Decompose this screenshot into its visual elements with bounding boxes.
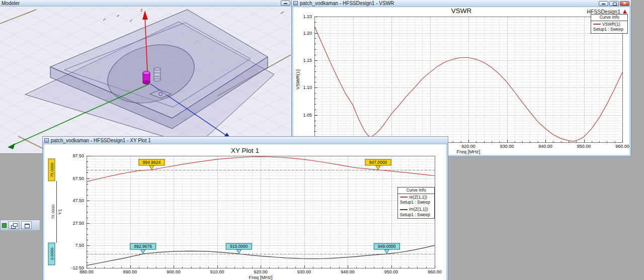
svg-text:910.00: 910.00 [210, 269, 224, 274]
svg-text:894.9624: 894.9624 [143, 160, 161, 165]
vswr-titlebar[interactable]: patch_vodkaman - HFSSDesign1 - VSWR [292, 0, 631, 7]
report-icon [293, 1, 298, 6]
svg-text:950.00: 950.00 [384, 269, 398, 274]
svg-text:920.00: 920.00 [254, 269, 268, 274]
xy-titlebar[interactable]: patch_vodkaman - HFSSDesign1 - XY Plot 1 [43, 137, 448, 144]
trace-marker[interactable]: 894.9624 [139, 159, 165, 169]
modeler-window: Modeler [0, 0, 292, 153]
legend-entry: VSWR(1)Setup1 : Sweep [591, 21, 627, 33]
svg-text:900.00: 900.00 [167, 269, 181, 274]
svg-text:1.23: 1.23 [303, 14, 312, 19]
legend-header: Curve Info [398, 188, 434, 194]
svg-text:949.0000: 949.0000 [378, 244, 396, 249]
minimize-icon[interactable] [599, 1, 608, 6]
svg-text:67.50: 67.50 [72, 176, 84, 181]
minimized-window-bar [0, 220, 40, 231]
restore-window-icon[interactable] [9, 221, 19, 229]
trace-marker[interactable]: 949.0000 [374, 243, 399, 253]
z-axis-label: z [140, 8, 143, 13]
svg-text:892.9676: 892.9676 [134, 244, 152, 249]
vswr-window: patch_vodkaman - HFSSDesign1 - VSWR 880.… [292, 0, 631, 156]
svg-text:950.00: 950.00 [577, 144, 591, 149]
legend-entry: re(Z(1,1))Setup1 : Sweep [398, 194, 434, 206]
svg-text:47.50: 47.50 [72, 198, 84, 203]
vswr-plot[interactable]: 880.00890.00900.00910.00920.00930.00940.… [293, 7, 629, 155]
design-marker-icon [623, 10, 627, 14]
tick-labels: 880.00890.00900.00910.00920.00930.00940.… [71, 153, 441, 274]
svg-text:1.20: 1.20 [303, 31, 312, 36]
vswr-chart-svg: 880.00890.00900.00910.00920.00930.00940.… [293, 7, 629, 155]
svg-text:7.50: 7.50 [75, 243, 84, 248]
svg-text:940.00: 940.00 [341, 269, 355, 274]
x-axis-label: Freq [MHz] [249, 274, 273, 280]
svg-text:947.0000: 947.0000 [369, 160, 387, 165]
svg-text:930.00: 930.00 [297, 269, 311, 274]
svg-text:920.00: 920.00 [461, 144, 475, 149]
xy-window-title: patch_vodkaman - HFSSDesign1 - XY Plot 1 [51, 138, 446, 143]
hfss-workspace: Modeler [0, 0, 644, 280]
svg-text:75.0000: 75.0000 [50, 162, 54, 177]
svg-text:1.15: 1.15 [303, 58, 312, 63]
close-icon[interactable] [620, 1, 629, 6]
legend-swatch-icon [400, 197, 408, 198]
report-icon [44, 138, 49, 143]
svg-text:87.50: 87.50 [72, 153, 84, 158]
coax-stub[interactable] [154, 67, 160, 81]
svg-text:960.00: 960.00 [615, 144, 629, 149]
svg-text:930.00: 930.00 [500, 144, 514, 149]
x-axis-label: Freq [MHz] [457, 149, 480, 154]
minimize-icon[interactable] [281, 1, 290, 6]
legend-entry: im(Z(1,1))Setup1 : Sweep [398, 206, 434, 218]
svg-text:940.00: 940.00 [538, 144, 552, 149]
modeler-canvas[interactable]: z [0, 7, 292, 153]
tick-labels: 880.00890.00900.00910.00920.00930.00940.… [303, 14, 629, 149]
svg-text:1.05: 1.05 [303, 113, 312, 118]
app-icon [2, 223, 7, 228]
svg-text:27.50: 27.50 [72, 221, 84, 226]
trace-marker[interactable]: 947.0000 [365, 159, 391, 169]
modeler-title: Modeler [2, 1, 281, 6]
axis-marker-label[interactable]: 0.0000 [48, 243, 55, 265]
svg-text:0.0000: 0.0000 [50, 247, 54, 260]
legend-swatch-icon [400, 209, 408, 210]
svg-text:890.00: 890.00 [123, 269, 137, 274]
maximize-window-icon[interactable] [21, 221, 32, 229]
xy-chart-svg: 880.00890.00900.00910.00920.00930.00940.… [44, 144, 446, 280]
svg-text:1.10: 1.10 [303, 85, 312, 90]
svg-text:915.0000: 915.0000 [230, 244, 248, 249]
curve-info-legend[interactable]: Curve InfoVSWR(1)Setup1 : Sweep [591, 14, 628, 34]
chart-title: VSWR [451, 7, 472, 15]
axis-marker-label[interactable]: 75.0000 [48, 159, 55, 181]
chart-title: XY Plot 1 [231, 147, 259, 154]
y-axis-label: VSWR(1) [295, 69, 300, 89]
legend-swatch-icon [593, 24, 601, 25]
vswr-window-title: patch_vodkaman - HFSSDesign1 - VSWR [300, 1, 599, 6]
curve-info-legend[interactable]: Curve Infore(Z(1,1))Setup1 : Sweepim(Z(1… [397, 187, 435, 219]
delta-label: 75.0000 [51, 204, 55, 219]
xy-plot-window: patch_vodkaman - HFSSDesign1 - XY Plot 1… [43, 137, 448, 280]
modeler-titlebar[interactable]: Modeler [0, 0, 292, 7]
svg-text:-12.50: -12.50 [71, 265, 84, 270]
y-axis-label: Y1 [57, 209, 62, 215]
trace-marker[interactable]: 915.0000 [226, 243, 252, 253]
restore-icon[interactable] [609, 1, 619, 6]
trace-marker[interactable]: 892.9676 [130, 243, 156, 253]
legend-header: Curve Info [591, 15, 627, 21]
xy-plot[interactable]: 880.00890.00900.00910.00920.00930.00940.… [44, 144, 446, 280]
feed-cylinder[interactable] [143, 71, 150, 84]
svg-text:960.00: 960.00 [428, 269, 442, 274]
